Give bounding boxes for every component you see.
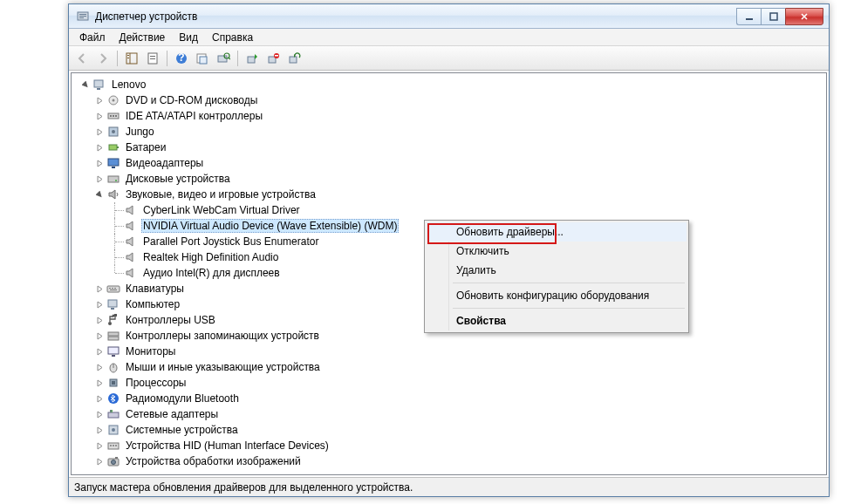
net-icon: [106, 407, 120, 421]
speaker-icon: [124, 250, 138, 264]
app-icon: [76, 10, 90, 24]
show-hide-tree-button[interactable]: [122, 49, 141, 68]
window-controls: [736, 8, 823, 25]
tree-category-node[interactable]: Батареи: [77, 140, 826, 155]
statusbar: Запуск мастера обновления драйверов для …: [69, 477, 829, 496]
svg-rect-49: [114, 314, 117, 317]
tree-category-node[interactable]: Мониторы: [77, 344, 826, 359]
expand-icon[interactable]: [94, 425, 105, 435]
tree-category-node[interactable]: Устройства HID (Human Interface Devices): [77, 438, 826, 453]
expand-icon[interactable]: [94, 456, 105, 467]
menu-action[interactable]: Действие: [113, 30, 173, 45]
svg-rect-12: [150, 58, 155, 59]
maximize-button[interactable]: [761, 8, 785, 25]
keyboard-icon: [106, 282, 120, 296]
toolbar-separator: [117, 51, 118, 66]
svg-rect-31: [113, 115, 114, 117]
tree-category-node[interactable]: Видеоадаптеры: [77, 155, 826, 171]
node-label: Аудио Intel(R) для дисплеев: [141, 266, 282, 280]
context-menu-item[interactable]: Обновить драйверы...: [427, 222, 687, 242]
context-menu-item[interactable]: Свойства: [427, 311, 687, 330]
forward-button[interactable]: [93, 49, 113, 68]
expand-icon[interactable]: [94, 142, 105, 153]
cpu-icon: [106, 376, 120, 390]
tree-category-node[interactable]: IDE ATA/ATAPI контроллеры: [77, 108, 826, 124]
toolbar: ?: [69, 46, 829, 71]
svg-rect-25: [94, 80, 103, 87]
toolbar-separator: [237, 51, 238, 66]
node-label: Процессоры: [124, 376, 188, 390]
tree-category-node[interactable]: Звуковые, видео и игровые устройства: [77, 187, 826, 202]
node-label: Мониторы: [124, 344, 177, 358]
expand-icon[interactable]: [94, 158, 105, 168]
tree-connector: [108, 234, 124, 249]
tree-device-node[interactable]: CyberLink WebCam Virtual Driver: [77, 202, 826, 218]
context-menu-item[interactable]: Обновить конфигурацию оборудования: [427, 286, 687, 305]
node-label: Батареи: [124, 140, 167, 154]
svg-rect-5: [770, 13, 777, 20]
collapse-icon[interactable]: [94, 189, 105, 200]
action-toolbutton-1[interactable]: [193, 49, 212, 68]
context-menu-item[interactable]: Отключить: [427, 242, 687, 261]
expand-icon[interactable]: [94, 362, 105, 372]
tree-category-node[interactable]: Радиомодули Bluetooth: [77, 391, 826, 406]
tree-category-node[interactable]: Jungo: [77, 124, 826, 140]
svg-point-48: [108, 322, 112, 325]
expand-icon[interactable]: [94, 330, 105, 341]
svg-rect-21: [269, 57, 276, 63]
update-driver-toolbutton[interactable]: [243, 49, 262, 68]
expand-icon[interactable]: [94, 111, 105, 121]
expand-icon[interactable]: [94, 315, 105, 325]
svg-point-28: [113, 99, 115, 102]
node-label: Realtek High Definition Audio: [141, 250, 280, 264]
computer-icon: [106, 297, 120, 311]
svg-rect-9: [127, 58, 129, 58]
expand-icon[interactable]: [94, 409, 105, 419]
expand-icon[interactable]: [94, 393, 105, 404]
disable-toolbutton[interactable]: [263, 49, 283, 68]
expand-icon[interactable]: [94, 283, 105, 294]
uninstall-toolbutton[interactable]: [284, 49, 304, 68]
titlebar[interactable]: Диспетчер устройств: [69, 4, 829, 29]
svg-rect-16: [200, 57, 207, 64]
expand-icon[interactable]: [94, 126, 105, 137]
minimize-button[interactable]: [736, 8, 761, 25]
tree-root-node[interactable]: Lenovo: [77, 77, 826, 92]
properties-toolbutton[interactable]: [143, 49, 162, 68]
context-menu-item[interactable]: Удалить: [427, 261, 687, 280]
tree-category-node[interactable]: Системные устройства: [77, 422, 826, 438]
tree-category-node[interactable]: Дисковые устройства: [77, 171, 826, 187]
expand-icon[interactable]: [94, 299, 105, 310]
node-label: Клавиатуры: [124, 282, 186, 296]
menu-view[interactable]: Вид: [172, 30, 205, 45]
collapse-icon[interactable]: [80, 79, 91, 90]
menu-help[interactable]: Справка: [205, 30, 260, 45]
scan-hardware-toolbutton[interactable]: [214, 49, 233, 68]
tree-category-node[interactable]: Мыши и иные указывающие устройства: [77, 359, 826, 375]
node-label: Радиомодули Bluetooth: [124, 392, 241, 405]
expand-icon[interactable]: [94, 440, 105, 451]
expand-icon[interactable]: [94, 95, 105, 106]
svg-rect-53: [108, 347, 119, 354]
context-menu-separator: [453, 308, 685, 309]
tree-category-node[interactable]: Сетевые адаптеры: [77, 406, 826, 422]
help-toolbutton[interactable]: ?: [172, 49, 191, 68]
expand-icon[interactable]: [94, 346, 105, 357]
tree-category-node[interactable]: Устройства обработки изображений: [77, 453, 826, 469]
svg-rect-39: [108, 176, 119, 182]
expand-icon[interactable]: [94, 174, 105, 184]
node-label: Устройства HID (Human Interface Devices): [124, 439, 331, 453]
menu-file[interactable]: Файл: [72, 30, 113, 45]
expand-icon[interactable]: [94, 378, 105, 388]
svg-rect-51: [108, 332, 119, 336]
tree-category-node[interactable]: Процессоры: [77, 375, 826, 391]
node-label: Контроллеры запоминающих устройств: [124, 329, 321, 343]
node-label: Мыши и иные указывающие устройства: [124, 360, 322, 374]
svg-rect-23: [275, 55, 278, 57]
back-button[interactable]: [72, 49, 92, 68]
tree-category-node[interactable]: DVD и CD-ROM дисководы: [77, 92, 826, 108]
close-button[interactable]: [785, 8, 823, 25]
disk-icon: [106, 172, 120, 186]
imaging-icon: [106, 454, 120, 468]
node-label: Видеоадаптеры: [124, 156, 205, 170]
